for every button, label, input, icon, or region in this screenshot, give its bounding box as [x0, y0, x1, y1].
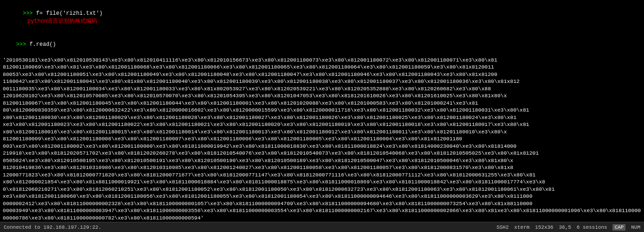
cap-indicator: CAP: [613, 224, 626, 231]
terminal-type: xterm: [514, 225, 529, 230]
cmd-1: f= file('rizhi.txt'): [36, 10, 103, 17]
terminal-area: >>> f= file('rizhi.txt') python语言识别的格式编码…: [0, 0, 644, 222]
prompt-2: >>>: [16, 41, 30, 48]
hex-output: '2010530181\xe3\x80\x812010530143\xe3\x8…: [3, 56, 641, 222]
prompt-1: >>>: [23, 10, 36, 17]
status-left: Connected to 192.168.197.129:22.: [4, 225, 101, 230]
final-prompt: >>>: [3, 221, 641, 222]
command-line-2: >>> f.read(): [3, 33, 641, 56]
num-indicator: NUM: [631, 225, 640, 230]
connection-status: Connected to 192.168.197.129:22.: [4, 225, 101, 230]
status-right: SSH2 xterm 152x36 36,5 6 sessions CAP NU…: [497, 224, 640, 231]
status-bar: Connected to 192.168.197.129:22. SSH2 xt…: [0, 222, 644, 232]
command-line-1: >>> f= file('rizhi.txt') python语言识别的格式编码: [3, 2, 103, 33]
annotation-text: python语言识别的格式编码: [27, 18, 97, 25]
cmd-2: f.read(): [30, 41, 56, 48]
terminal-size: 152x36: [535, 225, 553, 230]
ssh-version: SSH2: [497, 225, 509, 230]
sessions-count: 6 sessions: [577, 225, 607, 230]
font-size: 36,5: [559, 225, 571, 230]
